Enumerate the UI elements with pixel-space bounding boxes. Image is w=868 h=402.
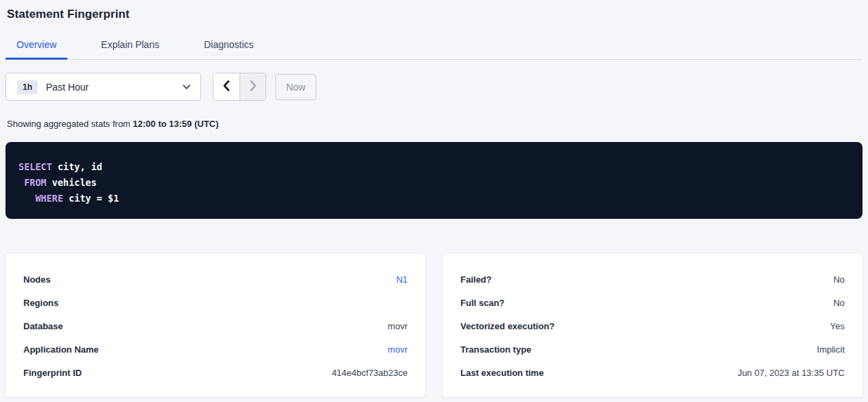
detail-value: No — [833, 274, 845, 285]
sql-text: city = $1 — [63, 193, 119, 204]
chevron-down-icon — [183, 84, 191, 90]
sql-line: SELECT city, id — [19, 159, 849, 175]
detail-label: Fingerprint ID — [23, 368, 82, 378]
time-range-badge: 1h — [17, 80, 38, 94]
tab-overview[interactable]: Overview — [5, 39, 67, 60]
time-controls: 1h Past Hour Now — [5, 73, 863, 101]
detail-value: Implicit — [817, 344, 845, 355]
time-range-label: Past Hour — [46, 82, 89, 93]
detail-value: 414e4bcf73ab23ce — [331, 368, 408, 378]
statement-details: Nodes N1 Regions Database movr Applicati… — [5, 254, 863, 397]
detail-value: Jun 07, 2023 at 13:35 UTC — [738, 368, 845, 378]
detail-row-full-scan: Full scan? No — [460, 291, 845, 314]
sql-indent — [19, 193, 35, 204]
next-time-button[interactable] — [239, 73, 266, 100]
sql-keyword: SELECT — [19, 161, 52, 172]
detail-label: Database — [23, 321, 63, 331]
detail-value: No — [833, 298, 845, 308]
nodes-link[interactable]: N1 — [396, 274, 408, 285]
sql-indent — [19, 177, 24, 188]
sql-line: FROM vehicles — [19, 175, 849, 191]
detail-label: Application Name — [23, 344, 99, 355]
tab-explain-plans[interactable]: Explain Plans — [90, 39, 170, 60]
detail-row-fingerprint-id: Fingerprint ID 414e4bcf73ab23ce — [23, 361, 408, 384]
sql-line: WHERE city = $1 — [19, 191, 849, 206]
chevron-left-icon — [223, 80, 230, 93]
prev-time-button[interactable] — [213, 73, 239, 100]
detail-row-regions: Regions — [23, 291, 408, 314]
detail-row-vectorized-execution: Vectorized execution? Yes — [460, 314, 845, 338]
detail-value: movr — [388, 321, 408, 331]
page-title: Statement Fingerprint — [5, 0, 863, 21]
detail-row-last-execution-time: Last execution time Jun 07, 2023 at 13:3… — [460, 361, 845, 384]
statement-details-card-left: Nodes N1 Regions Database movr Applicati… — [5, 254, 425, 397]
sql-statement-box: SELECT city, id FROM vehicles WHERE city… — [5, 142, 863, 219]
time-shift-controls — [213, 73, 266, 101]
detail-label: Regions — [23, 298, 58, 308]
detail-row-transaction-type: Transaction type Implicit — [460, 338, 845, 361]
detail-label: Nodes — [23, 274, 51, 285]
detail-row-database: Database movr — [23, 314, 408, 338]
detail-label: Last execution time — [460, 368, 543, 378]
chevron-right-icon — [250, 80, 257, 93]
detail-row-nodes: Nodes N1 — [23, 268, 408, 291]
detail-row-application-name: Application Name movr — [23, 338, 408, 361]
detail-label: Vectorized execution? — [460, 321, 554, 331]
detail-label: Transaction type — [460, 344, 531, 355]
time-range-dropdown[interactable]: 1h Past Hour — [5, 73, 201, 101]
sql-keyword: WHERE — [35, 193, 63, 204]
sql-text: vehicles — [47, 177, 97, 188]
tab-bar: Overview Explain Plans Diagnostics — [5, 39, 863, 60]
statement-details-card-right: Failed? No Full scan? No Vectorized exec… — [443, 254, 863, 397]
application-name-link[interactable]: movr — [388, 344, 408, 355]
detail-label: Full scan? — [460, 298, 504, 308]
detail-value: Yes — [830, 321, 845, 331]
sql-text: city, id — [52, 161, 102, 172]
detail-label: Failed? — [460, 274, 492, 285]
stats-prefix: Showing aggregated stats from — [7, 119, 133, 129]
detail-row-failed: Failed? No — [460, 268, 845, 291]
tab-diagnostics[interactable]: Diagnostics — [193, 39, 264, 60]
statement-fingerprint-page: Statement Fingerprint Overview Explain P… — [0, 0, 868, 397]
now-button[interactable]: Now — [275, 74, 316, 100]
aggregated-stats-text: Showing aggregated stats from 12:00 to 1… — [5, 119, 863, 129]
sql-keyword: FROM — [24, 177, 47, 188]
stats-time-range: 12:00 to 13:59 (UTC) — [133, 119, 219, 129]
